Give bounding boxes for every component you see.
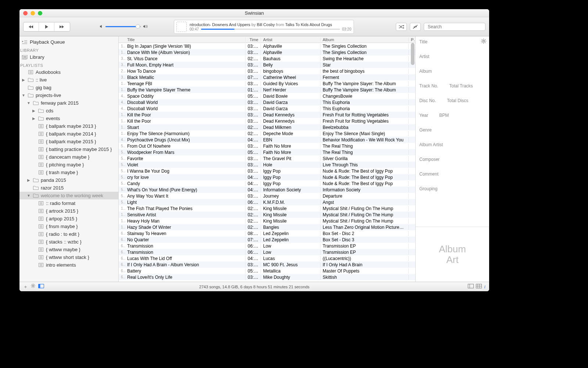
- sidebar-item[interactable]: { ballpark maybe 2015 }: [19, 138, 118, 145]
- sidebar-item[interactable]: intro elements: [19, 261, 118, 269]
- table-row[interactable]: 1..Buffy the Vampire Slayer Theme01:04Ne…: [119, 87, 415, 93]
- col-pla[interactable]: Pla: [409, 37, 415, 42]
- table-row[interactable]: 6..Real Love/It's Only Life03:10Mike Dou…: [119, 274, 415, 280]
- table-row[interactable]: 1..Teenage FBI03:19Guided By VoicesBuffy…: [119, 80, 415, 87]
- volume-slider[interactable]: [105, 26, 141, 27]
- view-grid-icon[interactable]: [476, 284, 482, 290]
- playback-queue-item[interactable]: Playback Queue: [19, 36, 118, 46]
- sidebar-item[interactable]: { batting practice maybe 2015 }: [19, 145, 118, 153]
- table-row[interactable]: 1..Kill the Poor03:07Dead KennedysFresh …: [119, 118, 415, 124]
- sidebar-item[interactable]: { stacks :: wzbc }: [19, 238, 118, 246]
- sidebar-item[interactable]: ▼fenway park 2015: [19, 99, 118, 107]
- table-row[interactable]: 4..Discoball World03:40David GarzaThis E…: [119, 99, 415, 105]
- table-row[interactable]: 5..Violet03:24HoleLive Through This: [119, 162, 415, 168]
- disclosure-icon[interactable]: ▶: [22, 78, 25, 82]
- table-row[interactable]: 3..Full Moon, Empty Heart03:02BellyStar: [119, 62, 415, 68]
- search-field[interactable]: [428, 24, 483, 29]
- table-row[interactable]: 6..Transmission06:14LowTransmission EP: [119, 243, 415, 249]
- shuffle-button[interactable]: [396, 23, 407, 31]
- ins-grouping[interactable]: Grouping: [419, 186, 485, 191]
- ins-comment[interactable]: Comment: [419, 172, 485, 177]
- table-row[interactable]: 3..Black Metallic07:18Catherine WheelFer…: [119, 74, 415, 80]
- table-row[interactable]: 4..Space Oddity05:16David BowieChangesBo…: [119, 93, 415, 99]
- table-row[interactable]: 5..Any Way You Want It03:22JourneyDepart…: [119, 193, 415, 199]
- info-icon[interactable]: i: [484, 284, 485, 290]
- scrollbar[interactable]: [410, 43, 415, 282]
- table-row[interactable]: 1..Big In Japan (Single Version '88)03:5…: [119, 43, 415, 49]
- ins-albumartist[interactable]: Album Artist: [419, 142, 485, 147]
- table-row[interactable]: 1..Stuart02:20Dead MilkmenBeelzebubba: [119, 124, 415, 130]
- table-row[interactable]: 1..Heavy Holy Man02:12King MissileMystic…: [119, 218, 415, 224]
- sidebar-item[interactable]: { dancecam maybe }: [19, 153, 118, 161]
- table-row[interactable]: 5..Woodpecker From Mars05:40Faith No Mor…: [119, 149, 415, 155]
- col-time[interactable]: Time: [245, 37, 261, 42]
- table-row[interactable]: 5..Candy04:16Iggy PopNude & Rude: The Be…: [119, 180, 415, 187]
- table-row[interactable]: 6..If I Only Had A Brain - Album Version…: [119, 261, 415, 268]
- table-row[interactable]: 6..Lucas With The Lid Off04:01Lucas((Luc…: [119, 255, 415, 261]
- scroll-thumb[interactable]: [411, 43, 415, 65]
- disclosure-icon[interactable]: ▶: [32, 116, 36, 120]
- table-row[interactable]: 5..From Out Of Nowhere03:22Faith No More…: [119, 143, 415, 149]
- table-row[interactable]: 6..Stairway To Heaven08:00Led ZeppelinBo…: [119, 230, 415, 237]
- search-input[interactable]: [424, 23, 485, 31]
- prev-button[interactable]: [24, 22, 39, 31]
- sidebar-item[interactable]: ▶cds: [19, 107, 118, 115]
- collapse-button[interactable]: [410, 23, 421, 31]
- table-row[interactable]: 6..Transmission06:14LowTransmission EP: [119, 249, 415, 255]
- table-row[interactable]: 1..Dance With Me (Album Version)03:58Alp…: [119, 49, 415, 55]
- ins-trackno[interactable]: Track No.: [419, 83, 438, 89]
- table-row[interactable]: 1..The Fish That Played The Ponies02:36K…: [119, 205, 415, 212]
- sidebar-item[interactable]: { wttww short stack }: [19, 253, 118, 261]
- col-album[interactable]: Album: [320, 37, 409, 42]
- playback-progress[interactable]: [201, 29, 340, 30]
- disclosure-icon[interactable]: ▼: [27, 194, 31, 198]
- sidebar-item[interactable]: :: radio format: [19, 199, 118, 207]
- ins-bpm[interactable]: BPM: [439, 113, 449, 118]
- sidebar-item[interactable]: { fnsm maybe }: [19, 223, 118, 230]
- sidebar-item[interactable]: { ballpark maybe 2014 }: [19, 130, 118, 138]
- table-row[interactable]: 2..How To Dance03:47bingoboysthe best of…: [119, 68, 415, 74]
- sidebar-item[interactable]: ▼projects-live: [19, 91, 118, 99]
- gear-icon[interactable]: [481, 39, 486, 45]
- add-button[interactable]: ＋: [23, 284, 28, 290]
- table-row[interactable]: 3..St. Vitus Dance02:27BauhausSwing the …: [119, 55, 415, 62]
- table-row[interactable]: 5..Light06:05K.M.F.D.M.Angst: [119, 199, 415, 205]
- disclosure-icon[interactable]: ▼: [27, 101, 31, 105]
- minimize-icon[interactable]: [31, 11, 35, 15]
- table-row[interactable]: 1..Kill the Poor03:07Dead KennedysFresh …: [119, 112, 415, 118]
- sidebar-item[interactable]: Audiobooks: [19, 68, 118, 76]
- table-row[interactable]: 1..Hazy Shade Of Winter02:47BanglesLess …: [119, 224, 415, 230]
- settings-icon[interactable]: [31, 284, 35, 290]
- sidebar-item[interactable]: { trash maybe }: [19, 169, 118, 176]
- sidebar-item[interactable]: { ballpark maybe 2013 }: [19, 122, 118, 130]
- disclosure-icon[interactable]: ▼: [22, 93, 25, 97]
- table-row[interactable]: 6..Battery05:12MetallicaMaster Of Puppet…: [119, 268, 415, 274]
- sidebar-item[interactable]: razor 2015: [19, 184, 118, 192]
- table-row[interactable]: 4..Discoball World03:40David GarzaThis E…: [119, 105, 415, 112]
- table-row[interactable]: 4..Psychoactive Drugs (Uncut Mix)04:25EB…: [119, 137, 415, 143]
- disclosure-icon[interactable]: ▶: [27, 178, 31, 182]
- table-row[interactable]: 5..What's On Your Mind (Pure Energy)04:3…: [119, 187, 415, 193]
- disclosure-icon[interactable]: ▶: [32, 109, 36, 113]
- next-button[interactable]: [54, 22, 70, 31]
- library-item[interactable]: Library: [19, 53, 118, 61]
- close-icon[interactable]: [23, 11, 28, 15]
- sidebar-item[interactable]: { pitching maybe }: [19, 161, 118, 169]
- table-row[interactable]: 5..cry for love04:28Iggy PopNude & Rude:…: [119, 174, 415, 180]
- sidebar-item[interactable]: ▼welcome to the working week: [19, 192, 118, 199]
- col-artist[interactable]: Artist: [261, 37, 320, 42]
- sidebar-item[interactable]: { artpop 2015 }: [19, 215, 118, 223]
- sidebar-item[interactable]: ▶:: live: [19, 76, 118, 84]
- ins-discno[interactable]: Disc No.: [419, 98, 436, 103]
- sidebar-item[interactable]: gig bag: [19, 84, 118, 91]
- ins-title[interactable]: Title: [419, 39, 485, 44]
- ins-album[interactable]: Album: [419, 69, 485, 74]
- ins-genre[interactable]: Genre: [419, 127, 485, 133]
- col-title[interactable]: Title: [125, 37, 245, 42]
- sidebar-item[interactable]: { wttww maybe }: [19, 246, 118, 253]
- ins-totaldiscs[interactable]: Total Discs: [447, 98, 468, 103]
- sidebar-item[interactable]: ▶panda 2015: [19, 176, 118, 184]
- sidebar-item[interactable]: { artrock 2015 }: [19, 207, 118, 215]
- ins-composer[interactable]: Composer: [419, 157, 485, 162]
- play-button[interactable]: [39, 22, 54, 31]
